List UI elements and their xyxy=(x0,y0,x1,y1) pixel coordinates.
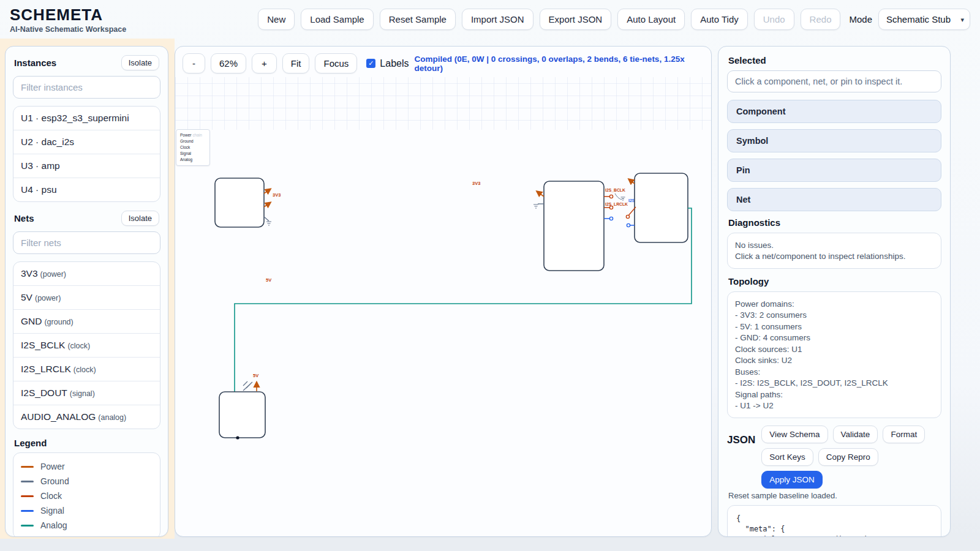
legend-row-signal: Signal xyxy=(21,503,153,518)
load-sample-button[interactable]: Load Sample xyxy=(301,9,373,30)
auto-layout-button[interactable]: Auto Layout xyxy=(617,9,685,30)
component-u4-psu[interactable] xyxy=(215,178,264,227)
main-layout: Instances Isolate U1 · esp32_s3_supermin… xyxy=(5,46,975,537)
net-label-5v: 5V xyxy=(253,373,258,378)
ground-symbol-icon xyxy=(533,204,538,208)
signal-swatch xyxy=(21,510,34,512)
apply-json-button[interactable]: Apply JSON xyxy=(761,471,823,489)
json-editor[interactable]: { "meta": { "title": "ESP32 Audio Path" … xyxy=(727,505,941,537)
net-row-i2s-bclk[interactable]: I2S_BCLK(clock) xyxy=(13,333,160,357)
instance-row-u2[interactable]: U2 · dac_i2s xyxy=(13,130,160,154)
power-pin-arrow[interactable] xyxy=(264,203,270,207)
auto-tidy-button[interactable]: Auto Tidy xyxy=(691,9,748,30)
reset-sample-button[interactable]: Reset Sample xyxy=(380,9,456,30)
view-schema-button[interactable]: View Schema xyxy=(761,425,827,443)
instance-row-u1[interactable]: U1 · esp32_s3_supermini xyxy=(13,107,160,130)
mode-label: Mode xyxy=(849,14,872,24)
canvas-grid xyxy=(175,77,711,130)
isolate-instances-button[interactable]: Isolate xyxy=(121,55,159,70)
net-row-3v3[interactable]: 3V3(power) xyxy=(13,262,160,285)
net-label-i2s-bclk: I2S_BCLK xyxy=(605,188,625,192)
section-component[interactable]: Component xyxy=(727,100,941,123)
pin-terminal[interactable] xyxy=(609,217,612,220)
legend-row-clock: Clock xyxy=(21,489,153,503)
undo-button[interactable]: Undo xyxy=(754,9,794,30)
schematic-canvas[interactable]: 3V3 3V3 I2S_BCLK xyxy=(175,47,711,536)
sidebar-right: Selected Click a component, net, or pin … xyxy=(718,46,951,537)
zoom-in-button[interactable]: + xyxy=(252,53,277,73)
net-row-audio-analog[interactable]: AUDIO_ANALOG(analog) xyxy=(13,405,160,429)
zoom-level-button[interactable]: 62% xyxy=(211,53,246,73)
topology-title: Topology xyxy=(728,276,940,287)
export-json-button[interactable]: Export JSON xyxy=(540,9,612,30)
labels-toggle[interactable]: ✓ Labels xyxy=(366,58,409,69)
pin-terminal[interactable] xyxy=(626,215,629,218)
power-pin-arrow[interactable] xyxy=(629,179,635,184)
sidebar-left: Instances Isolate U1 · esp32_s3_supermin… xyxy=(5,46,168,537)
power-swatch xyxy=(21,466,34,468)
redo-button[interactable]: Redo xyxy=(801,9,841,30)
app-header: SCHEMETA AI-Native Schematic Workspace N… xyxy=(0,0,980,39)
net-row-5v[interactable]: 5V(power) xyxy=(13,285,160,309)
json-title: JSON xyxy=(727,425,755,446)
selected-hint: Click a component, net, or pin to inspec… xyxy=(727,70,941,92)
filter-nets-input[interactable] xyxy=(13,231,160,254)
brand: SCHEMETA AI-Native Schematic Workspace xyxy=(10,6,126,34)
legend-row-power: Power xyxy=(21,459,153,474)
instances-list: U1 · esp32_s3_supermini U2 · dac_i2s U3 … xyxy=(13,106,160,202)
legend-row-analog: Analog xyxy=(21,518,153,533)
wire-audio-analog[interactable] xyxy=(235,208,692,392)
diagnostics-box: No issues. Click a net/component to insp… xyxy=(727,233,941,269)
instances-title: Instances xyxy=(14,58,56,68)
zoom-out-button[interactable]: - xyxy=(183,53,205,73)
compile-status: Compiled (0E, 0W | 0 crossings, 0 overla… xyxy=(414,54,704,73)
app-tagline: AI-Native Schematic Workspace xyxy=(10,25,126,34)
topology-box: Power domains: - 3V3: 2 consumers - 5V: … xyxy=(727,291,941,418)
net-row-i2s-lrclk[interactable]: I2S_LRCLK(clock) xyxy=(13,357,160,381)
net-label-3v3: 3V3 xyxy=(273,192,281,198)
format-button[interactable]: Format xyxy=(883,425,925,443)
component-u3-amp[interactable] xyxy=(219,392,265,438)
clock-swatch xyxy=(21,495,34,497)
canvas-toolbar: - 62% + Fit Focus ✓ Labels Compiled (0E,… xyxy=(175,47,711,80)
nets-list: 3V3(power) 5V(power) GND(ground) I2S_BCL… xyxy=(13,261,160,429)
fit-button[interactable]: Fit xyxy=(282,53,310,73)
net-row-gnd[interactable]: GND(ground) xyxy=(13,309,160,333)
legend-title: Legend xyxy=(14,438,47,448)
power-pin-arrow[interactable] xyxy=(537,192,544,197)
net-label-3v3-float: 3V3 xyxy=(472,181,480,186)
analog-swatch xyxy=(21,525,34,527)
pin-terminal[interactable] xyxy=(609,206,612,209)
ground-pin-wire[interactable] xyxy=(264,217,269,221)
tie-curve xyxy=(615,193,622,200)
section-net[interactable]: Net xyxy=(727,188,941,211)
pin-terminal[interactable] xyxy=(627,223,630,227)
section-pin[interactable]: Pin xyxy=(727,159,941,182)
isolate-nets-button[interactable]: Isolate xyxy=(121,211,159,226)
validate-button[interactable]: Validate xyxy=(833,425,878,443)
section-symbol[interactable]: Symbol xyxy=(727,129,941,152)
sort-keys-button[interactable]: Sort Keys xyxy=(761,448,813,466)
new-button[interactable]: New xyxy=(258,9,295,30)
instance-row-u4[interactable]: U4 · psu xyxy=(13,178,160,201)
import-json-button[interactable]: Import JSON xyxy=(462,9,533,30)
power-pin-arrow[interactable] xyxy=(264,189,270,193)
ground-symbol-icon xyxy=(621,197,625,200)
labels-checkbox[interactable]: ✓ xyxy=(366,59,375,68)
component-u2-dac[interactable] xyxy=(635,173,688,242)
net-label-5v-float: 5V xyxy=(266,277,271,283)
pin-terminal[interactable] xyxy=(609,195,612,198)
junction-dot xyxy=(236,436,239,439)
ground-swatch xyxy=(21,481,34,482)
filter-instances-input[interactable] xyxy=(13,76,160,99)
copy-repro-button[interactable]: Copy Repro xyxy=(818,448,878,466)
net-row-i2s-dout[interactable]: I2S_DOUT(signal) xyxy=(13,381,160,405)
net-label-i2s-lrclk: I2S_LRCLK xyxy=(605,202,628,206)
labels-label: Labels xyxy=(380,58,409,69)
canvas-mini-legend: Powerchain Ground Clock Signal Analog xyxy=(176,129,210,166)
diagnostics-title: Diagnostics xyxy=(728,217,940,228)
component-u1-esp32[interactable] xyxy=(544,181,604,271)
focus-button[interactable]: Focus xyxy=(315,53,357,73)
instance-row-u3[interactable]: U3 · amp xyxy=(13,154,160,178)
mode-select[interactable]: Schematic Stub xyxy=(878,9,970,30)
